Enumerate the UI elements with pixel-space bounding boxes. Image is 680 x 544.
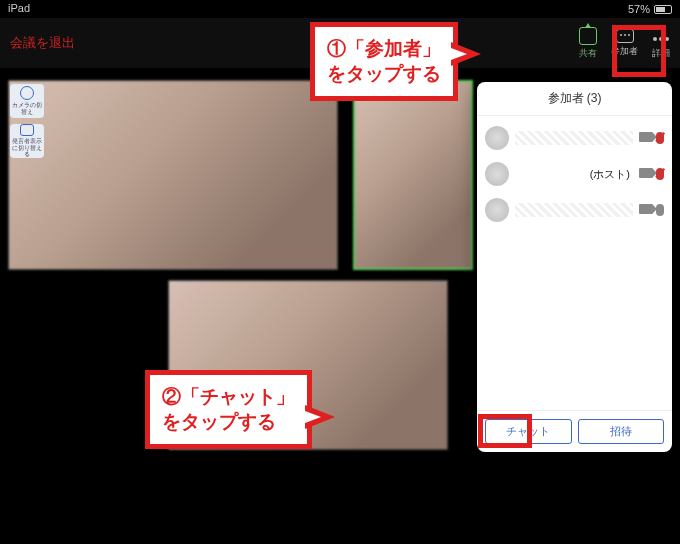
- share-icon: [579, 27, 597, 45]
- callout-tail-icon: [451, 42, 481, 66]
- annotation-callout-1: ①「参加者」 をタップする: [310, 22, 458, 101]
- participant-name: [515, 131, 633, 145]
- battery-icon: [654, 5, 672, 14]
- avatar: [485, 162, 509, 186]
- participant-row[interactable]: [477, 192, 672, 228]
- share-button[interactable]: 共有: [579, 27, 597, 60]
- participant-row[interactable]: [477, 120, 672, 156]
- leave-meeting-button[interactable]: 会議を退出: [10, 34, 75, 52]
- battery-pct: 57%: [628, 3, 650, 15]
- mic-muted-icon: [656, 168, 664, 180]
- participants-list: (ホスト): [477, 116, 672, 410]
- camera-switch-icon: [20, 86, 34, 100]
- video-tile[interactable]: [353, 80, 473, 270]
- camera-icon: [639, 204, 653, 214]
- mic-muted-icon: [656, 132, 664, 144]
- speaker-view-icon: [20, 124, 34, 136]
- participant-row[interactable]: (ホスト): [477, 156, 672, 192]
- participant-name: [515, 203, 633, 217]
- annotation-callout-2: ②「チャット」 をタップする: [145, 370, 312, 449]
- ios-statusbar: iPad 57%: [0, 0, 680, 18]
- mic-icon: [656, 204, 664, 216]
- participant-name: (ホスト): [515, 167, 633, 181]
- participants-panel: 参加者 (3) (ホスト) チャット 招待: [477, 82, 672, 452]
- video-left-controls: カメラの切替え 発言者表示に切り替える: [10, 84, 46, 158]
- device-label: iPad: [8, 2, 30, 16]
- avatar: [485, 126, 509, 150]
- speaker-view-button[interactable]: 発言者表示に切り替える: [10, 124, 44, 158]
- camera-icon: [639, 132, 653, 142]
- camera-icon: [639, 168, 653, 178]
- annotation-highlight-2: [478, 414, 532, 448]
- annotation-highlight-1: [612, 25, 666, 77]
- avatar: [485, 198, 509, 222]
- callout-tail-icon: [305, 405, 335, 429]
- video-tile[interactable]: [8, 80, 338, 270]
- invite-button[interactable]: 招待: [578, 419, 665, 444]
- participants-panel-title: 参加者 (3): [477, 82, 672, 116]
- camera-switch-button[interactable]: カメラの切替え: [10, 84, 44, 118]
